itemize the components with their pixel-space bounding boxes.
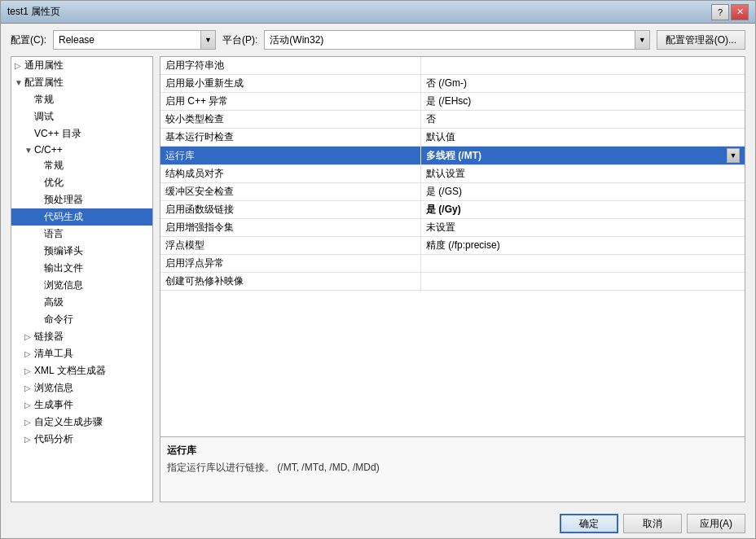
prop-value xyxy=(421,273,745,290)
tree-item-code-analysis[interactable]: ▷代码分析 xyxy=(11,431,152,448)
tree-item-cpp-general[interactable]: 常规 xyxy=(11,157,152,174)
prop-name: 启用 C++ 异常 xyxy=(160,93,421,110)
title-bar: test1 属性页 ? ✕ xyxy=(1,1,755,24)
tree-item-label: VC++ 目录 xyxy=(34,128,81,139)
prop-name: 运行库 xyxy=(160,147,421,164)
tree-item-label: XML 文档生成器 xyxy=(34,365,106,376)
tree-toggle-empty xyxy=(34,178,44,187)
tree-toggle: ▼ xyxy=(15,78,24,87)
tree-item-debug[interactable]: 调试 xyxy=(11,108,152,125)
footer: 确定 取消 应用(A) xyxy=(1,509,755,538)
tree-toggle: ▼ xyxy=(24,146,34,155)
tree-toggle-empty xyxy=(34,230,44,239)
platform-label: 平台(P): xyxy=(222,33,257,47)
tree-item-label: 预处理器 xyxy=(44,194,83,205)
tree-item-label: 常规 xyxy=(34,94,54,105)
prop-dropdown-arrow[interactable]: ▼ xyxy=(727,148,740,163)
prop-value-text: 是 (/GS) xyxy=(426,185,462,199)
prop-row[interactable]: 启用最小重新生成否 (/Gm-) xyxy=(160,75,745,93)
config-dropdown[interactable]: Release ▼ xyxy=(53,30,216,50)
config-label: 配置(C): xyxy=(11,33,46,47)
tree-toggle-empty xyxy=(34,247,44,256)
prop-row[interactable]: 结构成员对齐默认设置 xyxy=(160,165,745,183)
tree-toggle-empty xyxy=(34,315,44,324)
prop-value: 否 xyxy=(421,111,745,128)
tree-item-label: 语言 xyxy=(44,228,64,239)
prop-row[interactable]: 基本运行时检查默认值 xyxy=(160,129,745,147)
prop-value xyxy=(421,255,745,272)
prop-value-text: 是 (/EHsc) xyxy=(426,94,471,108)
tree-item-label: 通用属性 xyxy=(24,59,64,71)
tree-item-cpp-advanced[interactable]: 高级 xyxy=(11,294,152,311)
apply-button[interactable]: 应用(A) xyxy=(687,514,745,533)
tree-toggle: ▷ xyxy=(24,383,34,392)
tree-item-label: C/C++ xyxy=(34,144,63,156)
tree-item-vcpp-dir[interactable]: VC++ 目录 xyxy=(11,125,152,142)
tree-item-cpp-output[interactable]: 输出文件 xyxy=(11,260,152,277)
title-bar-buttons: ? ✕ xyxy=(711,4,749,20)
platform-dropdown-arrow[interactable]: ▼ xyxy=(635,31,649,49)
config-dropdown-arrow[interactable]: ▼ xyxy=(200,31,215,49)
tree-toggle-empty xyxy=(34,264,44,273)
prop-row[interactable]: 较小类型检查否 xyxy=(160,111,745,129)
ok-button[interactable]: 确定 xyxy=(560,514,618,533)
tree-item-linker[interactable]: ▷链接器 xyxy=(11,328,152,345)
prop-value: 是 (/GS) xyxy=(421,183,745,200)
tree-toggle-empty xyxy=(34,213,44,221)
tree-item-custom-build[interactable]: ▷自定义生成步骤 xyxy=(11,414,152,431)
tree-item-cpp-codegen[interactable]: 代码生成 xyxy=(11,208,152,226)
prop-name: 基本运行时检查 xyxy=(160,129,421,146)
config-manager-button[interactable]: 配置管理器(O)... xyxy=(657,30,745,50)
tree-item-cpp[interactable]: ▼C/C++ xyxy=(11,142,152,157)
description-text: 指定运行库以进行链接。 (/MT, /MTd, /MD, /MDd) xyxy=(167,461,738,475)
prop-row[interactable]: 创建可热修补映像 xyxy=(160,273,745,291)
prop-value[interactable]: 多线程 (/MT)▼ xyxy=(421,147,745,164)
tree-toggle: ▷ xyxy=(24,349,34,358)
tree-item-cpp-browse[interactable]: 浏览信息 xyxy=(11,277,152,294)
tree-item-config-props[interactable]: ▼配置属性 xyxy=(11,74,152,91)
tree-toggle-empty xyxy=(34,298,44,307)
prop-name: 启用浮点异常 xyxy=(160,255,421,272)
prop-row[interactable]: 启用浮点异常 xyxy=(160,255,745,273)
tree-item-cpp-lang[interactable]: 语言 xyxy=(11,226,152,243)
main-content: ▷通用属性▼配置属性 常规 调试 VC++ 目录▼C/C++ 常规 优化 预处理… xyxy=(1,56,755,509)
tree-item-cpp-cmdline[interactable]: 命令行 xyxy=(11,311,152,328)
tree-toggle: ▷ xyxy=(24,332,34,341)
tree-toggle: ▷ xyxy=(24,366,34,375)
prop-name: 启用最小重新生成 xyxy=(160,75,421,92)
prop-value: 是 (/EHsc) xyxy=(421,93,745,110)
tree-item-cpp-preproc[interactable]: 预处理器 xyxy=(11,191,152,208)
tree-item-cpp-optimize[interactable]: 优化 xyxy=(11,174,152,191)
tree-item-cpp-pch[interactable]: 预编译头 xyxy=(11,243,152,260)
tree-toggle-empty xyxy=(24,95,34,104)
prop-row[interactable]: 浮点模型精度 (/fp:precise) xyxy=(160,237,745,255)
tree-item-general2[interactable]: 常规 xyxy=(11,91,152,108)
cancel-button[interactable]: 取消 xyxy=(623,514,682,533)
prop-row[interactable]: 启用增强指令集未设置 xyxy=(160,219,745,237)
prop-name: 启用字符串池 xyxy=(160,57,421,74)
tree-item-general[interactable]: ▷通用属性 xyxy=(11,57,152,74)
tree-item-label: 配置属性 xyxy=(24,77,64,88)
tree-item-build-events[interactable]: ▷生成事件 xyxy=(11,397,152,414)
close-button[interactable]: ✕ xyxy=(731,4,749,20)
tree-item-label: 自定义生成步骤 xyxy=(34,416,103,427)
tree-item-browse[interactable]: ▷浏览信息 xyxy=(11,379,152,397)
prop-row[interactable]: 启用函数级链接是 (/Gy) xyxy=(160,201,745,219)
tree-item-label: 代码生成 xyxy=(44,211,83,222)
prop-row[interactable]: 启用 C++ 异常是 (/EHsc) xyxy=(160,93,745,111)
tree-item-label: 优化 xyxy=(44,177,64,188)
right-panel: 启用字符串池启用最小重新生成否 (/Gm-)启用 C++ 异常是 (/EHsc)… xyxy=(160,56,745,502)
main-window: test1 属性页 ? ✕ 配置(C): Release ▼ 平台(P): 活动… xyxy=(0,0,756,539)
tree-item-label: 清单工具 xyxy=(34,348,73,359)
tree-item-xml[interactable]: ▷XML 文档生成器 xyxy=(11,362,152,379)
prop-value-text: 否 xyxy=(426,112,436,126)
tree-item-label: 预编译头 xyxy=(44,245,83,256)
prop-row[interactable]: 启用字符串池 xyxy=(160,57,745,75)
tree-item-manifest[interactable]: ▷清单工具 xyxy=(11,345,152,362)
platform-dropdown[interactable]: 活动(Win32) ▼ xyxy=(264,30,649,50)
prop-row[interactable]: 缓冲区安全检查是 (/GS) xyxy=(160,183,745,201)
prop-name: 启用增强指令集 xyxy=(160,219,421,236)
prop-row[interactable]: 运行库多线程 (/MT)▼ xyxy=(160,147,745,165)
tree-item-label: 浏览信息 xyxy=(44,279,83,291)
help-button[interactable]: ? xyxy=(711,4,729,20)
